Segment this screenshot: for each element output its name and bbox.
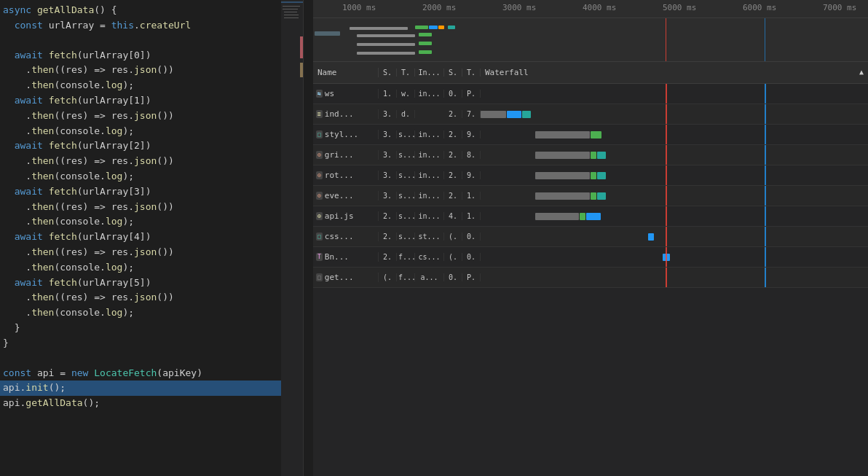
waterfall-vline [765, 206, 766, 226]
code-line: .then(console.log); [0, 124, 313, 139]
table-row[interactable]: □get...(.f...a...0.P. [313, 268, 868, 288]
other-icon: □ [316, 273, 323, 281]
table-row[interactable]: ⊙eve...3.s...in...2.1. [313, 186, 868, 206]
waterfall-bar [591, 131, 601, 138]
code-line: .then((res) => res.json()) [0, 63, 313, 78]
cell-waterfall [481, 227, 868, 246]
cell-size: 2. [444, 151, 462, 159]
waterfall-bar [535, 192, 590, 200]
cell-time: 1. [462, 192, 481, 200]
cell-size: 2. [444, 130, 462, 138]
cell-type: s... [397, 171, 415, 179]
table-row[interactable]: ⊙api.js2.s...in...4.1. [313, 206, 868, 227]
cell-waterfall [481, 247, 868, 267]
code-line: .then((res) => res.json()) [0, 200, 313, 215]
cell-status: 2. [379, 253, 397, 261]
timeline-ruler: 1000 ms2000 ms3000 ms4000 ms5000 ms6000 … [313, 0, 868, 18]
table-row[interactable]: TBn...2.f...cs...(.0. [313, 247, 868, 268]
cell-size: 4. [444, 212, 462, 220]
code-scrollbar[interactable] [303, 0, 313, 476]
ruler-label: 1000 ms [342, 3, 376, 12]
cell-status: 3. [379, 110, 397, 118]
waterfall-bar [535, 131, 590, 138]
cell-time: 1. [462, 212, 481, 220]
waterfall-preview [313, 18, 868, 62]
code-line: await fetch(urlArray[3]) [0, 184, 313, 200]
code-line: .then(console.log); [0, 260, 313, 276]
sort-arrow-icon[interactable]: ▲ [859, 68, 864, 76]
ruler-label: 7000 ms [823, 3, 856, 12]
waterfall-bar [597, 152, 606, 159]
css-icon: □ [316, 233, 323, 241]
waterfall-vline [666, 145, 667, 165]
cell-type: w. [397, 90, 415, 98]
cell-status: 2. [379, 233, 397, 241]
table-row[interactable]: ⇆ws1.w.in...0.P. [313, 84, 868, 104]
cell-initiator: in... [415, 171, 444, 179]
th-size: S. [444, 69, 462, 77]
waterfall-bar [580, 213, 585, 220]
code-editor[interactable]: async getAllData() { const urlArray = th… [0, 0, 313, 476]
waterfall-bar [597, 192, 606, 200]
code-line: const api = new LocateFetch(apiKey) [0, 366, 313, 381]
waterfall-vline [666, 247, 667, 267]
ruler-label: 3000 ms [502, 3, 536, 12]
cell-initiator: in... [415, 130, 444, 138]
cell-size: (. [444, 253, 462, 261]
table-row[interactable]: □styl...3.s...in...2.9. [313, 125, 868, 145]
waterfall-bar [507, 111, 521, 118]
row-name-text: styl... [325, 130, 358, 139]
cell-waterfall [481, 186, 868, 206]
row-name-text: eve... [325, 191, 354, 200]
code-line: api.getAllData(); [0, 396, 313, 411]
waterfall-vline [765, 145, 766, 165]
table-row[interactable]: □css...2.s...st...(.0. [313, 227, 868, 247]
doc-icon: ≡ [316, 110, 323, 118]
code-line: await fetch(urlArray[5]) [0, 276, 313, 291]
table-row[interactable]: ≡ind...3.d.2.7. [313, 104, 868, 125]
cell-waterfall [481, 145, 868, 165]
waterfall-vline [666, 268, 667, 287]
waterfall-bar [591, 152, 596, 159]
table-row[interactable]: ⊙gri...3.s...in...2.8. [313, 145, 868, 165]
code-line: } [0, 321, 313, 336]
waterfall-bar [591, 192, 596, 200]
cell-time: P. [462, 90, 481, 98]
cell-name: □get... [313, 273, 379, 282]
ws-icon: ⇆ [316, 90, 323, 98]
cell-name: ⇆ws [313, 89, 379, 98]
row-name-text: ind... [325, 109, 354, 119]
waterfall-bar [648, 233, 654, 241]
css-icon: □ [316, 130, 323, 138]
waterfall-bar [535, 152, 590, 159]
code-line: api.init(); [0, 381, 313, 396]
cell-waterfall [481, 165, 868, 185]
cell-status: 3. [379, 151, 397, 159]
cell-size: 2. [444, 110, 462, 118]
cell-status: 3. [379, 171, 397, 179]
cell-size: 0. [444, 90, 462, 98]
waterfall-vline [765, 227, 766, 246]
waterfall-vline [666, 227, 667, 246]
cell-initiator: cs... [415, 253, 444, 261]
cell-name: □css... [313, 232, 379, 241]
table-row[interactable]: ⊙rot...3.s...in...2.9. [313, 165, 868, 186]
network-panel: 1000 ms2000 ms3000 ms4000 ms5000 ms6000 … [313, 0, 868, 476]
row-name-text: gri... [325, 150, 354, 160]
waterfall-vline [666, 206, 667, 226]
waterfall-vline [765, 268, 766, 287]
code-line: const urlArray = this.createUrl [0, 18, 313, 34]
row-name-text: api.js [325, 211, 354, 221]
cell-waterfall [481, 206, 868, 226]
row-name-text: rot... [325, 171, 354, 180]
code-line: await fetch(urlArray[2]) [0, 138, 313, 154]
cell-name: □styl... [313, 130, 379, 139]
code-line: await fetch(urlArray[1]) [0, 93, 313, 109]
cell-waterfall [481, 104, 868, 124]
waterfall-bar [597, 172, 606, 179]
cell-initiator: in... [415, 90, 444, 98]
cell-type: s... [397, 130, 415, 138]
waterfall-vline [666, 165, 667, 185]
cell-time: 0. [462, 233, 481, 241]
cell-type: s... [397, 192, 415, 200]
